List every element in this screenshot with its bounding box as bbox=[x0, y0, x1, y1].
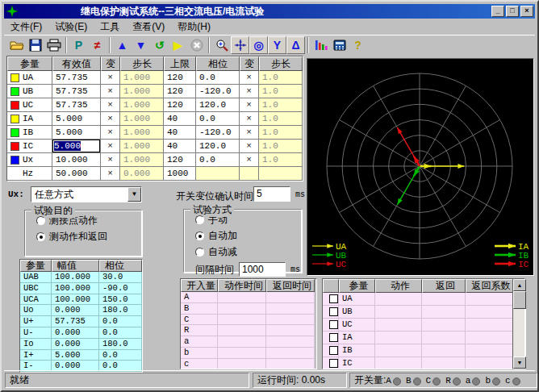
param-value-cell[interactable]: 57.735 bbox=[52, 98, 101, 112]
chevron-down-icon[interactable]: ▼ bbox=[127, 187, 141, 202]
param-value-cell[interactable]: 50.000 bbox=[52, 167, 101, 181]
phase-cell[interactable]: 120.0 bbox=[196, 98, 240, 112]
menu-item-0[interactable]: 文件(F) bbox=[4, 19, 48, 35]
radio-button[interactable] bbox=[36, 232, 45, 241]
zoom-button[interactable] bbox=[212, 36, 231, 54]
vary-toggle-cell[interactable]: × bbox=[240, 140, 259, 153]
input-table-header: 开入量动作时间返回时间 bbox=[181, 279, 316, 292]
ux-mode-dropdown[interactable]: 任意方式 ▼ bbox=[31, 186, 142, 202]
undo-button[interactable]: ↺ bbox=[150, 36, 169, 54]
vary-toggle-cell[interactable]: × bbox=[101, 112, 120, 126]
test-mode-option-1[interactable]: 自动加 bbox=[195, 230, 301, 242]
vary-toggle-cell[interactable]: × bbox=[101, 71, 120, 85]
save-button[interactable] bbox=[26, 36, 44, 54]
scrollbar-thumb[interactable] bbox=[513, 291, 526, 309]
phase-cell[interactable]: 0.0 bbox=[196, 153, 240, 167]
menu-item-2[interactable]: 工具 bbox=[94, 19, 126, 35]
circles-view-button[interactable]: ◎ bbox=[249, 36, 268, 54]
not-equal-button[interactable]: ≠ bbox=[88, 36, 107, 54]
close-button[interactable]: × bbox=[520, 6, 533, 17]
vary-toggle-cell[interactable]: × bbox=[101, 140, 120, 153]
phase-cell[interactable] bbox=[196, 167, 240, 181]
vary-toggle-cell[interactable]: × bbox=[240, 85, 259, 98]
chart-button[interactable] bbox=[311, 36, 330, 54]
limit-cell[interactable]: 120 bbox=[164, 85, 196, 98]
phase-cell[interactable]: 120.0 bbox=[196, 140, 240, 153]
vary-toggle-cell[interactable]: × bbox=[101, 98, 120, 112]
vary-toggle-cell[interactable]: × bbox=[101, 126, 120, 140]
param-value-cell[interactable]: 5.000 bbox=[52, 126, 101, 140]
vary-toggle-cell[interactable]: × bbox=[101, 167, 120, 181]
checkbox[interactable] bbox=[329, 359, 338, 368]
radio-button[interactable] bbox=[195, 248, 204, 256]
vary-toggle-cell[interactable]: × bbox=[240, 98, 259, 112]
checkbox-cell[interactable] bbox=[323, 293, 339, 306]
vary-toggle-cell[interactable]: × bbox=[101, 85, 120, 98]
test-mode-option-2[interactable]: 自动减 bbox=[195, 246, 301, 258]
phase-cell[interactable]: -120.0 bbox=[196, 126, 240, 140]
vary-toggle-cell[interactable] bbox=[240, 167, 259, 181]
checkbox-cell[interactable] bbox=[323, 357, 339, 369]
scroll-down-icon[interactable]: ▼ bbox=[513, 357, 526, 369]
p-marker-button[interactable]: P bbox=[69, 36, 88, 54]
checkbox[interactable] bbox=[329, 333, 338, 342]
limit-cell[interactable]: 40 bbox=[164, 112, 196, 126]
checkbox-cell[interactable] bbox=[323, 332, 339, 344]
derived-cell: 5.000 bbox=[52, 350, 99, 361]
checkbox-cell[interactable] bbox=[323, 319, 339, 332]
print-button[interactable] bbox=[44, 36, 63, 54]
limit-cell[interactable]: 1000 bbox=[164, 167, 196, 181]
limit-cell[interactable]: 120 bbox=[164, 98, 196, 112]
menu-item-1[interactable]: 试验(E) bbox=[48, 19, 94, 35]
checkbox[interactable] bbox=[329, 294, 338, 303]
minimize-button[interactable]: _ bbox=[491, 6, 504, 17]
axes-view-button[interactable] bbox=[231, 36, 249, 54]
param-value-cell[interactable]: 57.735 bbox=[52, 71, 101, 85]
param-value-cell[interactable]: 10.000 bbox=[52, 153, 101, 167]
return-ratio-cell bbox=[466, 293, 513, 306]
confirm-time-input[interactable]: 5 bbox=[253, 186, 290, 202]
vary-toggle-cell[interactable]: × bbox=[101, 153, 120, 167]
vary-toggle-cell[interactable]: × bbox=[240, 112, 259, 126]
limit-cell[interactable]: 40 bbox=[164, 126, 196, 140]
scroll-up-icon[interactable]: ▲ bbox=[513, 279, 526, 291]
phase-cell[interactable]: -120.0 bbox=[196, 85, 240, 98]
derived-cell: 0.0 bbox=[99, 350, 142, 361]
color-swatch bbox=[10, 128, 19, 137]
menu-item-4[interactable]: 帮助(H) bbox=[171, 19, 217, 35]
param-value-cell[interactable]: 5.000 bbox=[52, 140, 101, 153]
phase-cell[interactable]: 0.0 bbox=[196, 112, 240, 126]
param-value-cell[interactable]: 5.000 bbox=[52, 112, 101, 126]
checkbox[interactable] bbox=[329, 307, 338, 316]
checkbox-cell[interactable] bbox=[323, 306, 339, 319]
vary-toggle-cell[interactable]: × bbox=[240, 126, 259, 140]
limit-cell[interactable]: 120 bbox=[164, 71, 196, 85]
return-time-cell bbox=[266, 348, 315, 359]
test-purpose-option-1[interactable]: 测动作和返回 bbox=[36, 231, 141, 243]
radio-button[interactable] bbox=[36, 216, 45, 225]
checkbox-cell[interactable] bbox=[323, 344, 339, 357]
vary-toggle-cell[interactable]: × bbox=[240, 71, 259, 85]
param-value-editbox[interactable]: 5.000 bbox=[52, 140, 100, 152]
checkbox[interactable] bbox=[329, 346, 338, 355]
phase-cell[interactable]: 0.0 bbox=[196, 71, 240, 85]
raise-value-button[interactable]: ▲ bbox=[113, 36, 132, 54]
lower-value-button[interactable]: ▼ bbox=[132, 36, 150, 54]
wye-view-button[interactable]: Y bbox=[268, 36, 286, 54]
radio-button[interactable] bbox=[195, 231, 204, 240]
result-table-scrollbar[interactable]: ▲ ▼ bbox=[512, 278, 525, 369]
param-value-cell[interactable]: 57.735 bbox=[52, 85, 101, 98]
open-file-button[interactable] bbox=[7, 36, 26, 54]
limit-cell[interactable]: 120 bbox=[164, 153, 196, 167]
radio-button[interactable] bbox=[195, 215, 204, 224]
checkbox[interactable] bbox=[329, 320, 338, 329]
help-button[interactable]: ? bbox=[349, 36, 367, 54]
interval-input[interactable]: 1000 bbox=[239, 262, 286, 277]
limit-cell[interactable]: 40 bbox=[164, 140, 196, 153]
maximize-button[interactable]: □ bbox=[506, 6, 519, 17]
vary-toggle-cell[interactable]: × bbox=[240, 153, 259, 167]
delta-view-button[interactable]: Δ bbox=[286, 36, 305, 54]
menu-item-3[interactable]: 查看(V) bbox=[126, 19, 171, 35]
calculator-button[interactable] bbox=[330, 36, 349, 54]
start-test-button[interactable]: ▶ bbox=[169, 36, 187, 54]
